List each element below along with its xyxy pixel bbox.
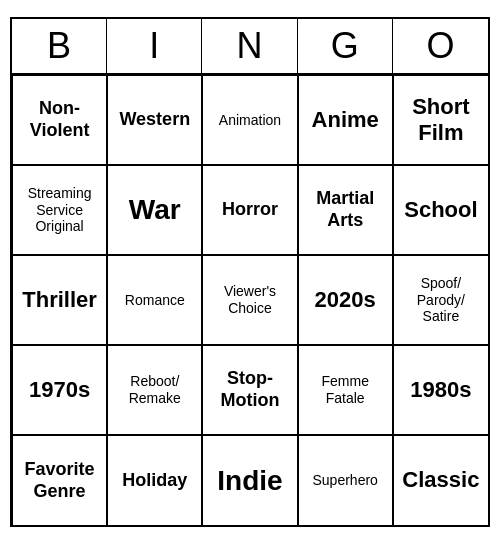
cell-r1-c3: Martial Arts [298,165,393,255]
cell-r0-c1: Western [107,75,202,165]
cell-r1-c1: War [107,165,202,255]
cell-r4-c3: Superhero [298,435,393,525]
header-letter: N [202,19,297,73]
cell-text: Superhero [313,472,378,489]
cell-text: Thriller [22,287,97,313]
cell-r0-c4: Short Film [393,75,488,165]
cell-text: Streaming Service Original [19,185,100,235]
cell-text: School [404,197,477,223]
header-letter: B [12,19,107,73]
cell-r0-c3: Anime [298,75,393,165]
cell-text: Horror [222,199,278,221]
bingo-header: BINGO [12,19,488,75]
cell-r0-c0: Non-Violent [12,75,107,165]
cell-r2-c4: Spoof/ Parody/ Satire [393,255,488,345]
cell-r4-c4: Classic [393,435,488,525]
cell-text: War [129,193,181,227]
cell-r4-c1: Holiday [107,435,202,525]
cell-text: Classic [402,467,479,493]
cell-text: Anime [312,107,379,133]
bingo-grid: Non-ViolentWesternAnimationAnimeShort Fi… [12,75,488,525]
cell-text: Favorite Genre [19,459,100,502]
header-letter: O [393,19,488,73]
cell-text: Viewer's Choice [209,283,290,317]
cell-text: 2020s [315,287,376,313]
cell-text: Short Film [400,94,482,147]
cell-text: Non-Violent [19,98,100,141]
cell-r3-c2: Stop-Motion [202,345,297,435]
cell-text: Indie [217,464,282,498]
cell-r1-c4: School [393,165,488,255]
cell-r2-c2: Viewer's Choice [202,255,297,345]
header-letter: I [107,19,202,73]
cell-text: Holiday [122,470,187,492]
cell-r0-c2: Animation [202,75,297,165]
cell-r2-c1: Romance [107,255,202,345]
cell-r1-c2: Horror [202,165,297,255]
cell-r3-c3: Femme Fatale [298,345,393,435]
cell-text: Spoof/ Parody/ Satire [400,275,482,325]
header-letter: G [298,19,393,73]
cell-r3-c1: Reboot/ Remake [107,345,202,435]
cell-text: Reboot/ Remake [114,373,195,407]
cell-text: Animation [219,112,281,129]
cell-text: Martial Arts [305,188,386,231]
cell-r2-c3: 2020s [298,255,393,345]
cell-r4-c2: Indie [202,435,297,525]
bingo-card: BINGO Non-ViolentWesternAnimationAnimeSh… [10,17,490,527]
cell-r3-c0: 1970s [12,345,107,435]
cell-text: 1970s [29,377,90,403]
cell-text: Stop-Motion [209,368,290,411]
cell-text: 1980s [410,377,471,403]
cell-text: Western [119,109,190,131]
cell-r4-c0: Favorite Genre [12,435,107,525]
cell-r3-c4: 1980s [393,345,488,435]
cell-r2-c0: Thriller [12,255,107,345]
cell-text: Femme Fatale [305,373,386,407]
cell-r1-c0: Streaming Service Original [12,165,107,255]
cell-text: Romance [125,292,185,309]
